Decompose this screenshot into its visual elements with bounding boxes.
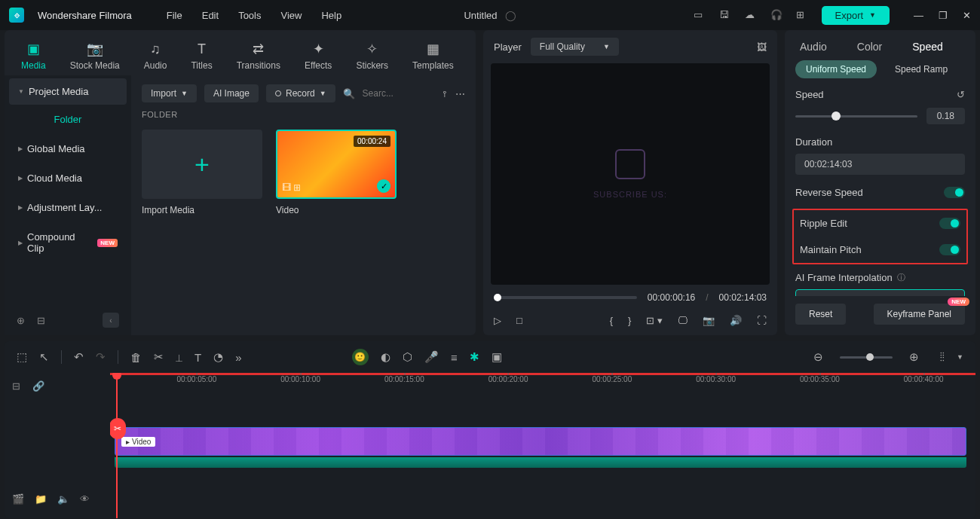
menu-edit[interactable]: Edit (202, 10, 219, 21)
chevron-down-icon[interactable]: ▼ (957, 353, 963, 361)
import-button[interactable]: Import▼ (142, 84, 197, 102)
timeline-tracks[interactable]: ✂ 00:00:05:00 00:00:10:00 00:00:15:00 00… (110, 373, 975, 518)
filter-icon[interactable]: ⫯ (443, 88, 448, 99)
mute-track-icon[interactable]: 🔈 (57, 493, 69, 505)
fullscreen-icon[interactable]: ⛶ (757, 315, 767, 326)
keyframe-panel-button[interactable]: Keyframe PanelNEW (874, 304, 965, 325)
audio-waveform[interactable] (115, 457, 966, 468)
video-track-icon[interactable]: 🎬 (12, 493, 24, 505)
tab-stock-media[interactable]: 📷Stock Media (64, 36, 126, 75)
slider-thumb[interactable] (831, 111, 841, 121)
new-folder-icon[interactable]: ⊕ (17, 315, 25, 326)
zoom-in-icon[interactable]: ⊕ (909, 350, 919, 364)
smiley-icon[interactable]: 🙂 (352, 349, 369, 365)
tab-stickers[interactable]: ✧Stickers (350, 36, 394, 75)
crop-icon[interactable]: ⊡ ▾ (646, 315, 663, 326)
split-button[interactable]: ✂ (110, 418, 126, 439)
menu-view[interactable]: View (280, 10, 302, 21)
folder-icon[interactable]: 📁 (35, 493, 47, 505)
text-tool-icon[interactable]: T (194, 351, 201, 364)
time-ruler[interactable]: 00:00:05:00 00:00:10:00 00:00:15:00 00:0… (110, 373, 975, 392)
tab-effects[interactable]: ✦Effects (299, 36, 338, 75)
tab-transitions[interactable]: ⇄Transitions (231, 36, 286, 75)
scrub-handle[interactable] (494, 294, 501, 301)
zoom-out-icon[interactable]: ⊖ (813, 350, 823, 364)
mark-out-icon[interactable]: } (628, 315, 631, 326)
tab-titles[interactable]: TTitles (185, 36, 218, 75)
headphones-icon[interactable]: 🎧 (770, 9, 782, 21)
mark-in-icon[interactable]: { (610, 315, 613, 326)
import-media-card[interactable]: + Import Media (142, 130, 262, 215)
maximize-button[interactable]: ❐ (939, 10, 948, 21)
cut-icon[interactable]: ✂ (154, 350, 164, 364)
tab-color-props[interactable]: Color (857, 41, 882, 53)
new-bin-icon[interactable]: ⊟ (37, 315, 45, 326)
ai-image-button[interactable]: AI Image (204, 84, 259, 102)
record-button[interactable]: Record▼ (266, 84, 335, 102)
menu-help[interactable]: Help (321, 10, 341, 21)
visibility-icon[interactable]: 👁 (80, 493, 90, 505)
collapse-sidebar-button[interactable]: ‹ (103, 313, 119, 328)
tab-audio[interactable]: ♫Audio (138, 36, 173, 75)
close-button[interactable]: ✕ (963, 10, 971, 21)
link-icon[interactable]: 🔗 (32, 380, 44, 392)
sidebar-folder[interactable]: Folder (9, 105, 127, 133)
subtab-speed-ramp[interactable]: Speed Ramp (884, 60, 958, 78)
undo-icon[interactable]: ↶ (74, 350, 84, 364)
camera-icon[interactable]: 📷 (703, 315, 715, 326)
zoom-thumb[interactable] (866, 353, 874, 361)
speed-tool-icon[interactable]: ◔ (213, 350, 223, 364)
sync-icon[interactable]: ◯ (505, 10, 516, 21)
toggle-tracks-icon[interactable]: ⊟ (12, 380, 20, 392)
mic-icon[interactable]: 🎤 (424, 350, 439, 364)
zoom-slider[interactable] (840, 356, 893, 359)
stop-button[interactable]: □ (516, 315, 522, 326)
sidebar-compound-clip[interactable]: ▶Compound ClipNEW (9, 224, 127, 261)
subtab-uniform-speed[interactable]: Uniform Speed (795, 60, 877, 78)
scrub-bar[interactable] (494, 296, 637, 299)
tab-speed-props[interactable]: Speed (912, 41, 942, 53)
save-icon[interactable]: 🖫 (719, 9, 731, 21)
menu-tools[interactable]: Tools (238, 10, 261, 21)
more-tools-icon[interactable]: » (235, 351, 241, 364)
menu-file[interactable]: File (167, 10, 182, 21)
more-icon[interactable]: ⋯ (455, 88, 465, 99)
audio-tool-icon[interactable]: ≡ (451, 351, 458, 364)
color-icon[interactable]: ◐ (381, 350, 390, 364)
reset-button[interactable]: Reset (795, 304, 846, 325)
sidebar-global-media[interactable]: ▶Global Media (9, 136, 127, 162)
search-input[interactable] (363, 88, 408, 99)
reverse-speed-toggle[interactable] (944, 187, 965, 198)
quality-dropdown[interactable]: Full Quality▼ (531, 38, 619, 56)
interpolation-dropdown[interactable]: Optical Flow˄ (795, 289, 965, 296)
display-icon[interactable]: 🖵 (678, 315, 688, 326)
layout-icon[interactable]: ▭ (694, 9, 706, 21)
speed-value[interactable]: 0.18 (926, 108, 965, 124)
maintain-pitch-toggle[interactable] (939, 244, 960, 255)
snapshot-icon[interactable]: 🖼 (757, 41, 767, 53)
duration-input[interactable]: 00:02:14:03 (795, 154, 965, 175)
shield-icon[interactable]: ⬡ (403, 350, 412, 364)
volume-icon[interactable]: 🔊 (730, 315, 742, 326)
selection-tool-icon[interactable]: ⬚ (17, 350, 27, 364)
info-icon[interactable]: ⓘ (897, 272, 905, 283)
cloud-icon[interactable]: ☁ (745, 9, 757, 21)
tab-audio-props[interactable]: Audio (800, 41, 827, 53)
minimize-button[interactable]: — (914, 10, 923, 21)
video-track[interactable]: ▸Video (110, 427, 975, 457)
video-clip[interactable]: ▸Video (115, 427, 966, 456)
grid-icon[interactable]: ⊞ (796, 9, 808, 21)
sidebar-adjustment-layer[interactable]: ▶Adjustment Lay... (9, 194, 127, 221)
export-button[interactable]: Export ▼ (822, 6, 890, 25)
delete-icon[interactable]: 🗑 (130, 351, 142, 364)
crop-tool-icon[interactable]: ⟂ (176, 351, 182, 364)
speed-slider[interactable] (795, 115, 917, 118)
pointer-tool-icon[interactable]: ↖ (39, 350, 49, 364)
play-button[interactable]: ▷ (494, 315, 501, 326)
video-clip-card[interactable]: 00:00:24 🎞 ⊞ ✓ Video (276, 130, 397, 215)
reset-speed-icon[interactable]: ↺ (957, 89, 965, 100)
grid-view-icon[interactable]: ⦙⦙ (940, 350, 945, 364)
group-icon[interactable]: ▣ (492, 350, 502, 364)
tab-templates[interactable]: ▦Templates (406, 36, 460, 75)
marker-icon[interactable]: ✱ (470, 350, 479, 364)
